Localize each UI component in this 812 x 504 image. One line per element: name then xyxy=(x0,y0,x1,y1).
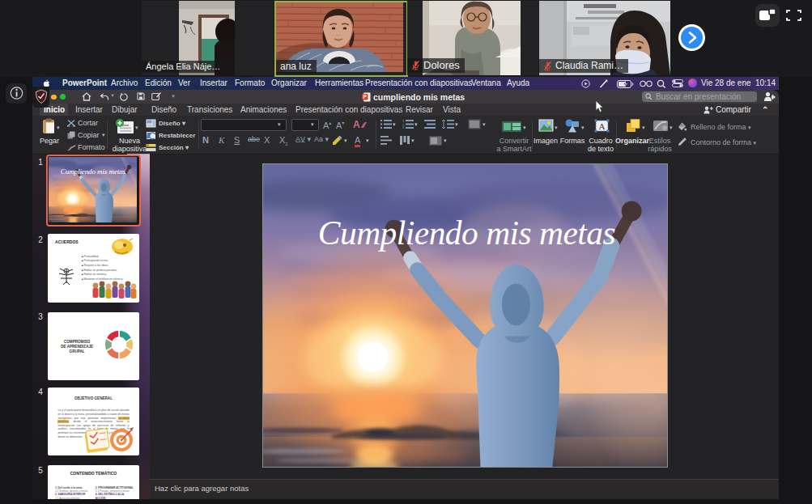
svg-text:A: A xyxy=(599,121,606,131)
svg-text:Cumpliendo mis metas: Cumpliendo mis metas xyxy=(318,214,615,252)
svg-text:P: P xyxy=(363,94,368,100)
svg-text:Cumpliendo mis metas: Cumpliendo mis metas xyxy=(61,167,126,176)
svg-text:A: A xyxy=(353,119,360,129)
svg-text:3: 3 xyxy=(402,125,405,129)
